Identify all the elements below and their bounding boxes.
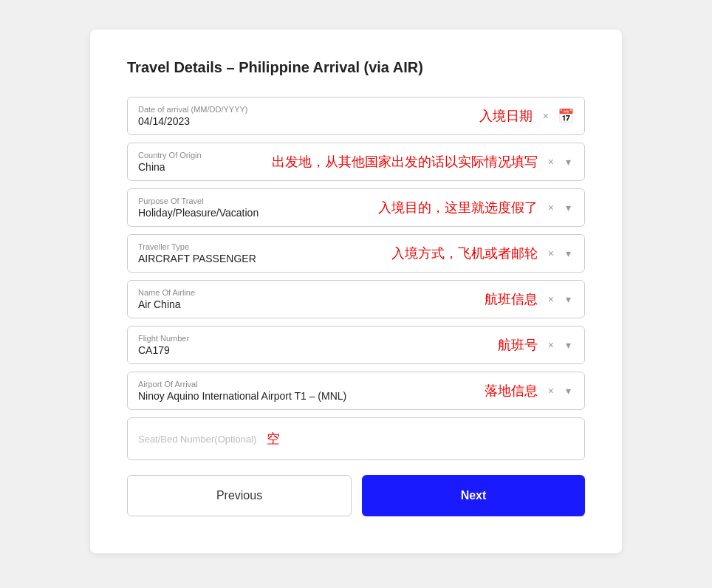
country-of-origin-content: Country Of Origin China bbox=[138, 151, 261, 173]
airport-clear-button[interactable]: × bbox=[545, 384, 557, 397]
airport-chevron-button[interactable]: ▾ bbox=[563, 384, 574, 397]
country-annotation: 出发地，从其他国家出发的话以实际情况填写 bbox=[272, 153, 538, 171]
flight-number-field[interactable]: Flight Number CA179 航班号 × ▾ bbox=[127, 326, 585, 364]
purpose-clear-button[interactable]: × bbox=[545, 201, 557, 214]
seat-placeholder: Seat/Bed Number(Optional) bbox=[138, 434, 256, 445]
airport-of-arrival-content: Airport Of Arrival Ninoy Aquino Internat… bbox=[138, 380, 474, 402]
date-clear-button[interactable]: × bbox=[540, 109, 552, 123]
flight-chevron-button[interactable]: ▾ bbox=[563, 338, 574, 352]
flight-annotation: 航班号 bbox=[498, 336, 538, 354]
airport-field-actions: × ▾ bbox=[545, 384, 574, 397]
airline-name-content: Name Of Airline Air China bbox=[138, 288, 474, 310]
airport-annotation: 落地信息 bbox=[485, 382, 538, 400]
airport-of-arrival-label: Airport Of Arrival bbox=[138, 380, 474, 389]
traveller-type-content: Traveller Type AIRCRAFT PASSENGER bbox=[138, 242, 381, 264]
next-button[interactable]: Next bbox=[362, 475, 585, 516]
country-of-origin-field[interactable]: Country Of Origin China 出发地，从其他国家出发的话以实际… bbox=[127, 143, 585, 181]
airline-annotation: 航班信息 bbox=[485, 290, 538, 308]
date-of-arrival-label: Date of arrival (MM/DD/YYYY) bbox=[138, 105, 469, 114]
traveller-annotation: 入境方式，飞机或者邮轮 bbox=[391, 245, 538, 262]
country-clear-button[interactable]: × bbox=[545, 155, 557, 168]
flight-field-actions: × ▾ bbox=[545, 338, 574, 352]
date-of-arrival-content: Date of arrival (MM/DD/YYYY) 04/14/2023 bbox=[138, 105, 469, 127]
purpose-of-travel-value: Holiday/Pleasure/Vacation bbox=[138, 207, 368, 219]
airport-of-arrival-value: Ninoy Aquino International Airport T1 – … bbox=[138, 390, 474, 402]
traveller-type-field[interactable]: Traveller Type AIRCRAFT PASSENGER 入境方式，飞… bbox=[127, 234, 585, 273]
previous-button[interactable]: Previous bbox=[127, 475, 352, 516]
date-field-actions: × 📅 bbox=[540, 108, 574, 124]
country-chevron-button[interactable]: ▾ bbox=[563, 155, 574, 168]
calendar-icon[interactable]: 📅 bbox=[558, 108, 574, 124]
traveller-type-value: AIRCRAFT PASSENGER bbox=[138, 253, 381, 264]
purpose-of-travel-label: Purpose Of Travel bbox=[138, 196, 368, 205]
traveller-clear-button[interactable]: × bbox=[545, 247, 557, 260]
airline-clear-button[interactable]: × bbox=[545, 293, 557, 306]
button-row: Previous Next bbox=[127, 475, 585, 516]
date-of-arrival-field[interactable]: Date of arrival (MM/DD/YYYY) 04/14/2023 … bbox=[127, 97, 585, 135]
flight-number-value: CA179 bbox=[138, 344, 487, 356]
seat-annotation: 空 bbox=[267, 430, 280, 448]
flight-number-label: Flight Number bbox=[138, 334, 487, 343]
traveller-chevron-button[interactable]: ▾ bbox=[563, 247, 574, 260]
airline-name-field[interactable]: Name Of Airline Air China 航班信息 × ▾ bbox=[127, 280, 585, 318]
flight-number-content: Flight Number CA179 bbox=[138, 334, 487, 356]
purpose-annotation: 入境目的，这里就选度假了 bbox=[378, 199, 538, 216]
page-title: Travel Details – Philippine Arrival (via… bbox=[127, 59, 585, 76]
airport-of-arrival-field[interactable]: Airport Of Arrival Ninoy Aquino Internat… bbox=[127, 372, 585, 410]
seat-row: Seat/Bed Number(Optional) 空 bbox=[138, 430, 280, 448]
country-of-origin-value: China bbox=[138, 161, 261, 173]
purpose-of-travel-field[interactable]: Purpose Of Travel Holiday/Pleasure/Vacat… bbox=[127, 188, 585, 227]
flight-clear-button[interactable]: × bbox=[545, 338, 557, 352]
seat-bed-number-field[interactable]: Seat/Bed Number(Optional) 空 bbox=[127, 417, 585, 460]
form-container: Travel Details – Philippine Arrival (via… bbox=[90, 30, 622, 553]
purpose-field-actions: × ▾ bbox=[545, 201, 574, 214]
airline-field-actions: × ▾ bbox=[545, 293, 574, 306]
airline-name-value: Air China bbox=[138, 298, 474, 310]
airline-chevron-button[interactable]: ▾ bbox=[563, 293, 574, 306]
traveller-field-actions: × ▾ bbox=[545, 247, 574, 260]
country-field-actions: × ▾ bbox=[545, 155, 574, 168]
country-of-origin-label: Country Of Origin bbox=[138, 151, 261, 160]
date-annotation: 入境日期 bbox=[479, 107, 533, 125]
purpose-chevron-button[interactable]: ▾ bbox=[563, 201, 574, 214]
airline-name-label: Name Of Airline bbox=[138, 288, 474, 297]
purpose-of-travel-content: Purpose Of Travel Holiday/Pleasure/Vacat… bbox=[138, 196, 368, 219]
date-of-arrival-value: 04/14/2023 bbox=[138, 115, 469, 127]
traveller-type-label: Traveller Type bbox=[138, 242, 381, 251]
